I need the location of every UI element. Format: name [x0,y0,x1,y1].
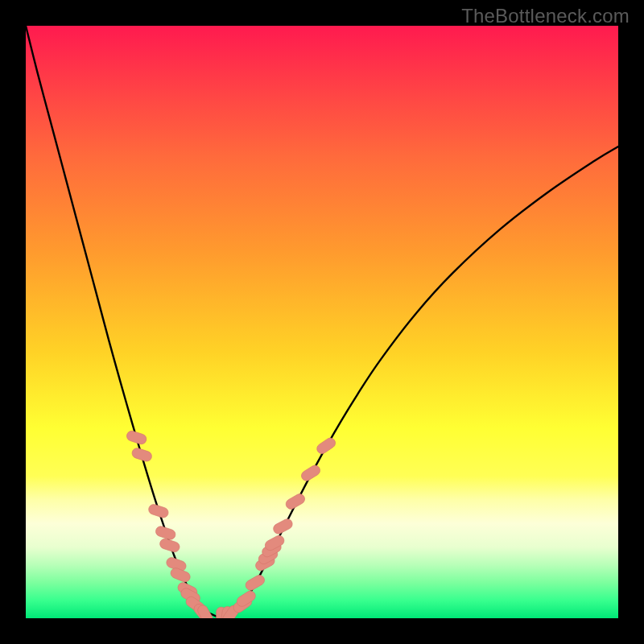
scatter-marker [299,464,322,483]
scatter-markers [126,430,337,618]
bottleneck-curve [26,26,618,617]
bottleneck-chart [26,26,618,618]
scatter-marker [159,538,181,554]
chart-frame [26,26,618,618]
watermark-text: TheBottleneck.com [461,5,630,27]
scatter-marker [315,436,337,456]
scatter-marker [147,503,170,519]
scatter-marker [271,518,294,536]
scatter-marker [130,447,153,463]
scatter-marker [284,492,307,510]
scatter-marker [155,525,177,541]
scatter-marker [126,430,148,446]
scatter-marker [244,573,266,592]
